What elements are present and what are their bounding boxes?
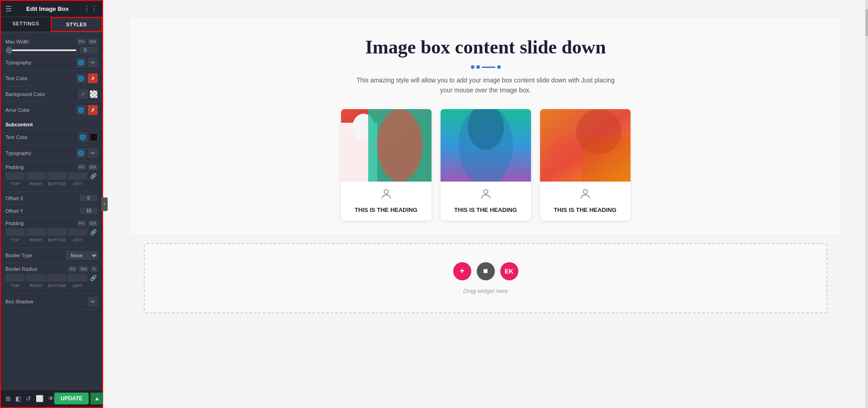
scrollbar[interactable] — [865, 0, 868, 408]
grid-icon[interactable]: ⋮⋮ — [83, 5, 98, 13]
svg-point-5 — [384, 189, 388, 193]
arror-color-globe-btn[interactable]: 🌐 — [76, 105, 86, 115]
card-image-2 — [441, 109, 531, 182]
hamburger-icon[interactable]: ☰ — [5, 5, 12, 13]
image-card-2[interactable]: THIS IS THE HEADING — [441, 109, 531, 221]
border-radius-pct-btn[interactable]: % — [90, 266, 98, 272]
sc-padding-right[interactable] — [26, 172, 46, 180]
collapse-panel-button[interactable]: ‹ — [101, 197, 108, 211]
sc-padding-top[interactable] — [5, 172, 25, 180]
update-button[interactable]: UPDATE — [54, 393, 89, 404]
svg-point-10 — [484, 189, 488, 193]
border-type-select[interactable]: None Solid Dashed Dotted Double — [66, 251, 98, 260]
scrollbar-thumb[interactable] — [865, 9, 868, 36]
sc-typography-edit-btn[interactable]: ✏ — [88, 148, 98, 158]
elementor-button[interactable]: EK — [500, 262, 518, 280]
sc-padding-bottom[interactable] — [47, 172, 66, 180]
panel-header: ☰ Edit Image Box ⋮⋮ — [1, 1, 102, 17]
sc-padding-px-btn[interactable]: PX — [77, 164, 86, 170]
add-widget-button[interactable]: + — [453, 262, 471, 280]
border-radius-em-btn[interactable]: EM — [79, 266, 89, 272]
sc-padding-link-icon[interactable]: 🔗 — [89, 172, 98, 180]
card-image-1 — [341, 109, 432, 182]
image-box-section: Image box content slide down This amazin… — [130, 18, 841, 234]
update-arrow-button[interactable]: ▲ — [90, 393, 103, 404]
image-cards-container: THIS IS THE HEADING — [139, 109, 832, 221]
sc-text-color-row: Text Color 🌐 — [5, 130, 98, 145]
card-3-heading: THIS IS THE HEADING — [545, 206, 626, 214]
dash-1 — [482, 67, 495, 68]
box-shadow-edit-btn[interactable]: ✏ — [88, 297, 98, 307]
max-width-input[interactable] — [80, 47, 98, 53]
padding2-top[interactable] — [5, 228, 25, 236]
border-radius-left[interactable] — [68, 274, 87, 282]
text-color-clear-btn[interactable]: ✗ — [88, 73, 98, 83]
typography-1-globe-btn[interactable]: 🌐 — [76, 58, 86, 67]
padding2-left[interactable] — [68, 228, 87, 236]
bg-color-swatch[interactable] — [90, 90, 98, 98]
offset-x-row: Offset X 0 — [5, 192, 98, 205]
history-icon[interactable]: ↺ — [26, 395, 31, 402]
offset-x-input[interactable]: 0 — [80, 195, 98, 202]
bg-color-check-btn[interactable]: ✓ — [78, 89, 88, 99]
main-title: Image box content slide down — [139, 36, 832, 58]
tab-settings[interactable]: SETTINGS — [1, 17, 51, 32]
padding2-top-lbl: TOP — [5, 238, 25, 242]
border-radius-section: Border Radius PX EM % 🔗 TOP RIGHT BOTTOM… — [5, 263, 98, 294]
max-width-label: Max Width — [5, 39, 29, 44]
widget-library-button[interactable]: ■ — [477, 262, 495, 280]
sc-padding-left-lbl: LEFT — [68, 182, 87, 186]
tab-styles[interactable]: STYLES — [51, 17, 102, 32]
padding2-px-btn[interactable]: PX — [77, 220, 86, 226]
box-shadow-row: Box Shadow ✏ — [5, 294, 98, 310]
sc-text-color-swatch[interactable] — [90, 133, 98, 141]
sc-padding-em-btn[interactable]: EM — [88, 164, 98, 170]
br-left-lbl: LEFT — [68, 283, 87, 288]
border-radius-link-icon[interactable]: 🔗 — [89, 274, 98, 282]
left-panel: ☰ Edit Image Box ⋮⋮ SETTINGS STYLES Max … — [0, 0, 103, 408]
dot-2 — [476, 65, 480, 69]
layers-icon[interactable]: ⊞ — [5, 395, 11, 402]
arror-color-clear-btn[interactable]: ✗ — [88, 105, 98, 115]
max-width-units: PX EM — [77, 38, 98, 45]
sc-padding-left[interactable] — [68, 172, 87, 180]
border-radius-bottom[interactable] — [47, 274, 66, 282]
padding2-link-icon[interactable]: 🔗 — [89, 228, 98, 236]
subcontent-heading: Subcontent — [5, 118, 98, 130]
sc-text-color-globe-btn[interactable]: 🌐 — [78, 132, 88, 142]
image-card-3[interactable]: THIS IS THE HEADING — [540, 109, 631, 221]
subtitle: This amazing style will allow you to add… — [350, 75, 621, 96]
max-width-slider[interactable] — [5, 49, 77, 51]
card-2-body: THIS IS THE HEADING — [441, 182, 531, 221]
typography-1-label: Typography — [5, 60, 31, 65]
hide-icon[interactable]: 👁 — [48, 395, 54, 402]
divider-dots — [139, 65, 832, 69]
px-unit-btn[interactable]: PX — [77, 38, 86, 45]
panel-tabs: SETTINGS STYLES — [1, 17, 102, 32]
sc-text-color-label: Text Color — [5, 134, 28, 140]
sc-typography-label: Typography — [5, 150, 31, 156]
sc-typography-globe-btn[interactable]: 🌐 — [76, 148, 86, 158]
border-type-row: Border Type None Solid Dashed Dotted Dou… — [5, 248, 98, 263]
pages-icon[interactable]: ◧ — [15, 395, 21, 402]
typography-1-edit-btn[interactable]: ✏ — [88, 58, 98, 67]
text-color-globe-btn[interactable]: 🌐 — [76, 73, 86, 83]
padding2-em-btn[interactable]: EM — [88, 220, 98, 226]
drop-zone: + ■ EK Drag widget here — [144, 243, 827, 313]
svg-rect-15 — [581, 136, 631, 182]
image-card-1[interactable]: THIS IS THE HEADING — [341, 109, 432, 221]
padding2-right[interactable] — [26, 228, 46, 236]
offset-y-row: Offset Y 10 — [5, 205, 98, 217]
br-bottom-lbl: BOTTOM — [47, 283, 66, 288]
card-3-icon — [545, 188, 626, 203]
sc-padding-bottom-lbl: BOTTOM — [47, 182, 66, 186]
em-unit-btn[interactable]: EM — [88, 38, 98, 45]
border-radius-top[interactable] — [5, 274, 25, 282]
border-radius-right[interactable] — [26, 274, 46, 282]
padding2-bottom[interactable] — [47, 228, 66, 236]
offset-y-input[interactable]: 10 — [80, 207, 98, 214]
responsive-icon[interactable]: ⬜ — [36, 395, 43, 402]
panel-content: Max Width PX EM Typography 🌐 ✏ Text Colo… — [1, 32, 102, 389]
main-content: Image box content slide down This amazin… — [103, 0, 868, 408]
border-radius-px-btn[interactable]: PX — [68, 266, 77, 272]
